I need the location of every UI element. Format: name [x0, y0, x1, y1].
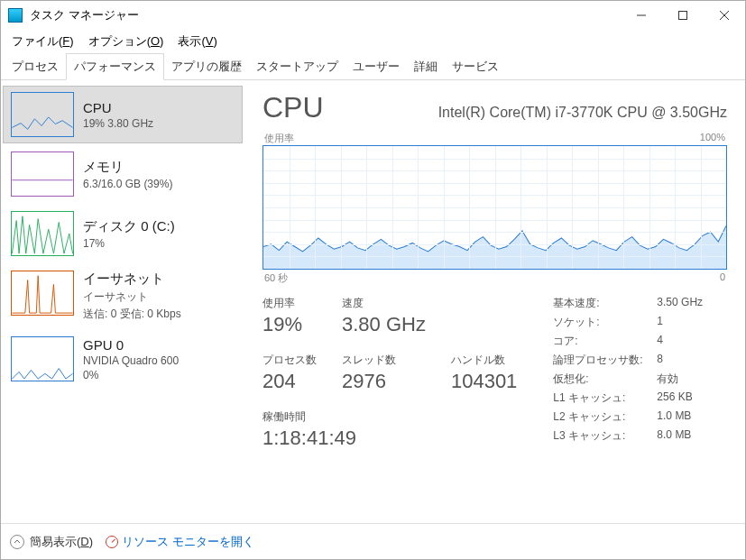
- sidebar-item-sub: 19% 3.80 GHz: [83, 117, 153, 130]
- tab-5[interactable]: 詳細: [407, 54, 445, 79]
- tab-2[interactable]: アプリの履歴: [164, 54, 249, 79]
- chart-x-right: 0: [720, 271, 725, 285]
- util-label: 使用率: [262, 296, 317, 311]
- spec-row: 基本速度:3.50 GHz: [553, 296, 703, 311]
- mini-chart-gpu: [11, 336, 74, 381]
- hnd-value: 104301: [451, 370, 517, 393]
- mini-chart-mem: [11, 151, 74, 197]
- spec-val: 1.0 MB: [657, 409, 691, 425]
- sidebar-item-sub: 6.3/16.0 GB (39%): [83, 178, 172, 190]
- sidebar-item-title: メモリ: [83, 159, 172, 176]
- menu-options[interactable]: オプション(O): [83, 32, 170, 51]
- tab-1[interactable]: パフォーマンス: [66, 53, 164, 80]
- proc-value: 204: [262, 370, 317, 393]
- sidebar-item-sub2: 送信: 0 受信: 0 Kbps: [83, 307, 181, 322]
- detail-title: CPU: [262, 91, 324, 124]
- sidebar-item-eth[interactable]: イーサネットイーサネット送信: 0 受信: 0 Kbps: [3, 264, 243, 328]
- sidebar-item-title: イーサネット: [83, 271, 181, 288]
- cpu-specs: 基本速度:3.50 GHzソケット:1コア:4論理プロセッサ数:8仮想化:有効L…: [553, 296, 703, 450]
- chart-y-max: 100%: [700, 132, 725, 145]
- spec-row: 論理プロセッサ数:8: [553, 353, 703, 368]
- spec-key: コア:: [553, 334, 657, 349]
- spec-row: L1 キャッシュ:256 KB: [553, 390, 703, 406]
- minimize-button[interactable]: [621, 1, 662, 30]
- sidebar-item-title: GPU 0: [83, 337, 179, 353]
- window-title: タスク マネージャー: [30, 7, 621, 23]
- spec-val: 8: [657, 353, 663, 368]
- tab-3[interactable]: スタートアップ: [249, 54, 345, 79]
- spec-val: 1: [657, 315, 663, 330]
- app-icon: [8, 8, 23, 23]
- spec-val: 8.0 MB: [657, 428, 691, 444]
- menu-view[interactable]: 表示(V): [172, 32, 222, 51]
- chart-y-label: 使用率: [264, 132, 294, 145]
- fewer-details-button[interactable]: 簡易表示(D): [10, 534, 93, 550]
- spec-key: 基本速度:: [553, 296, 657, 311]
- util-value: 19%: [262, 313, 317, 336]
- gauge-icon: [106, 536, 118, 548]
- uptime-label: 稼働時間: [262, 409, 517, 425]
- content: CPU19% 3.80 GHzメモリ6.3/16.0 GB (39%)ディスク …: [1, 80, 745, 523]
- resource-monitor-link[interactable]: リソース モニターを開く: [106, 534, 254, 550]
- stats: 使用率19% 速度3.80 GHz プロセス数204 スレッド数2976 ハンド…: [262, 296, 727, 450]
- spec-val: 有効: [657, 372, 678, 387]
- window-controls: [621, 1, 745, 30]
- sidebar-item-cpu[interactable]: CPU19% 3.80 GHz: [3, 86, 243, 143]
- tab-0[interactable]: プロセス: [5, 54, 66, 79]
- proc-label: プロセス数: [262, 353, 317, 368]
- sidebar-item-sub: 17%: [83, 237, 175, 250]
- tab-4[interactable]: ユーザー: [345, 54, 407, 79]
- speed-value: 3.80 GHz: [342, 313, 426, 336]
- svg-rect-1: [679, 12, 687, 20]
- chevron-up-icon: [10, 535, 24, 549]
- sidebar-item-title: CPU: [83, 100, 153, 115]
- spec-key: L1 キャッシュ:: [553, 390, 657, 406]
- speed-label: 速度: [342, 296, 426, 311]
- spec-key: 論理プロセッサ数:: [553, 353, 657, 368]
- maximize-button[interactable]: [662, 1, 704, 30]
- close-button[interactable]: [704, 1, 745, 30]
- spec-row: ソケット:1: [553, 315, 703, 330]
- menu-file[interactable]: ファイル(F): [6, 32, 79, 51]
- sidebar-item-gpu[interactable]: GPU 0NVIDIA Quadro 6000%: [3, 330, 243, 388]
- spec-val: 256 KB: [657, 390, 692, 406]
- mini-chart-disk: [11, 211, 74, 256]
- spec-row: コア:4: [553, 334, 703, 349]
- tab-6[interactable]: サービス: [445, 54, 506, 79]
- spec-key: L2 キャッシュ:: [553, 409, 657, 425]
- sidebar-item-sub2: 0%: [83, 369, 179, 381]
- sidebar-item-mem[interactable]: メモリ6.3/16.0 GB (39%): [3, 145, 243, 203]
- sidebar: CPU19% 3.80 GHzメモリ6.3/16.0 GB (39%)ディスク …: [1, 80, 244, 523]
- sidebar-item-sub: イーサネット: [83, 289, 181, 305]
- sidebar-item-disk[interactable]: ディスク 0 (C:)17%: [3, 205, 243, 262]
- spec-row: 仮想化:有効: [553, 372, 703, 387]
- uptime-value: 1:18:41:49: [262, 427, 517, 450]
- cpu-model: Intel(R) Core(TM) i7-3770K CPU @ 3.50GHz: [345, 105, 727, 121]
- spec-key: 仮想化:: [553, 372, 657, 387]
- mini-chart-cpu: [11, 92, 74, 137]
- thr-value: 2976: [342, 370, 426, 393]
- sidebar-item-sub: NVIDIA Quadro 600: [83, 354, 179, 367]
- detail-pane: CPU Intel(R) Core(TM) i7-3770K CPU @ 3.5…: [244, 80, 745, 523]
- chart-x-left: 60 秒: [264, 271, 288, 285]
- footer: 簡易表示(D) リソース モニターを開く: [1, 523, 745, 559]
- cpu-chart[interactable]: [262, 145, 727, 270]
- spec-row: L2 キャッシュ:1.0 MB: [553, 409, 703, 425]
- mini-chart-eth: [11, 271, 74, 316]
- hnd-label: ハンドル数: [451, 353, 517, 368]
- spec-val: 3.50 GHz: [657, 296, 703, 311]
- menubar: ファイル(F) オプション(O) 表示(V): [1, 30, 745, 53]
- tabbar: プロセスパフォーマンスアプリの履歴スタートアップユーザー詳細サービス: [1, 53, 745, 80]
- titlebar: タスク マネージャー: [1, 1, 745, 30]
- spec-key: ソケット:: [553, 315, 657, 330]
- spec-val: 4: [657, 334, 663, 349]
- sidebar-item-title: ディスク 0 (C:): [83, 218, 175, 235]
- thr-label: スレッド数: [342, 353, 426, 368]
- spec-row: L3 キャッシュ:8.0 MB: [553, 428, 703, 444]
- spec-key: L3 キャッシュ:: [553, 428, 657, 444]
